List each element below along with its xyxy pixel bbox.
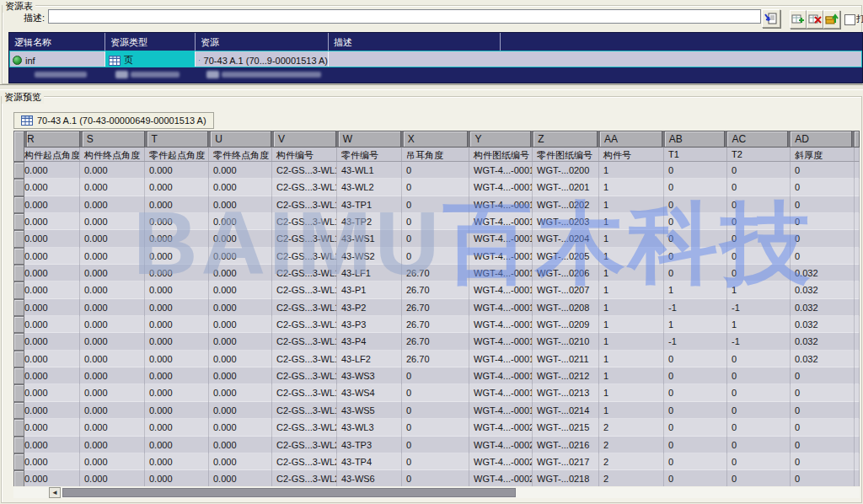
grid-cell[interactable]: 0 bbox=[727, 453, 791, 470]
grid-cell[interactable]: 43-TP1 bbox=[337, 196, 402, 213]
grid-cell[interactable]: WGT-...0210 bbox=[533, 333, 599, 350]
grid-cell[interactable]: 1 bbox=[599, 316, 664, 333]
grid-cell[interactable]: 0 bbox=[727, 367, 791, 384]
grid-cell[interactable]: 0.000 bbox=[80, 162, 145, 179]
grid-cell[interactable]: WGT-...0200 bbox=[533, 162, 599, 179]
grid-cell[interactable]: 0 bbox=[664, 402, 727, 419]
grid-cell[interactable]: WGT-...0211 bbox=[533, 351, 599, 367]
grid-cell[interactable]: 0.000 bbox=[145, 437, 209, 453]
grid-cell[interactable]: 1 bbox=[727, 281, 791, 298]
column-header[interactable]: T1 bbox=[664, 147, 727, 161]
grid-cell[interactable]: C2-GS...3-WL2 bbox=[272, 453, 337, 470]
grid-cell[interactable]: 0.000 bbox=[80, 265, 145, 281]
resource-ref-cell[interactable]: 70-43 A.1 (70...9-00001513 A) bbox=[196, 51, 329, 67]
row-selector[interactable] bbox=[13, 162, 24, 179]
grid-cell[interactable]: 1 bbox=[599, 213, 664, 230]
column-letter-U[interactable]: U bbox=[208, 131, 271, 147]
grid-cell[interactable]: 0.000 bbox=[145, 230, 209, 247]
row-selector[interactable] bbox=[13, 179, 24, 196]
grid-cell[interactable]: 43-TP2 bbox=[337, 213, 402, 230]
row-selector[interactable] bbox=[13, 265, 24, 281]
import-resource-button[interactable] bbox=[823, 10, 840, 29]
grid-cell[interactable]: C2-GS...3-WL1 bbox=[272, 248, 337, 265]
grid-cell[interactable]: WGT-4...-0001 bbox=[469, 384, 533, 401]
grid-cell[interactable]: 0 bbox=[727, 402, 791, 419]
grid-cell[interactable]: 0.000 bbox=[209, 196, 272, 213]
grid-cell[interactable]: 1 bbox=[599, 230, 664, 247]
grid-cell[interactable]: 0 bbox=[791, 196, 855, 213]
grid-cell[interactable]: 0.032 bbox=[791, 281, 855, 298]
grid-cell[interactable]: 0.000 bbox=[80, 248, 145, 265]
grid-cell[interactable]: 1 bbox=[599, 367, 664, 384]
grid-cell[interactable]: 0 bbox=[727, 419, 791, 436]
grid-cell[interactable]: 0 bbox=[664, 162, 727, 179]
column-header[interactable]: 零件图纸编号 bbox=[533, 147, 599, 161]
grid-cell[interactable]: 43-WS6 bbox=[337, 470, 402, 486]
grid-cell[interactable]: 0.000 bbox=[80, 384, 145, 401]
grid-cell[interactable]: 0 bbox=[727, 230, 791, 247]
scrollbar-thumb[interactable] bbox=[62, 488, 516, 497]
grid-cell[interactable]: WGT-...0206 bbox=[533, 265, 599, 281]
grid-cell[interactable]: C2-GS...3-WL2 bbox=[272, 437, 337, 453]
grid-cell[interactable]: 0.032 bbox=[791, 299, 855, 316]
grid-cell[interactable]: WGT-...0218 bbox=[533, 470, 599, 486]
grid-cell[interactable]: WGT-...0204 bbox=[533, 230, 599, 247]
resource-row-selected[interactable]: inf 页 70-43 A.1 (70...9-00001513 bbox=[9, 51, 862, 67]
report-export-button[interactable] bbox=[762, 9, 780, 28]
grid-cell[interactable]: 43-TP3 bbox=[337, 437, 402, 453]
grid-cell[interactable]: 43-WS2 bbox=[337, 248, 402, 265]
row-selector[interactable] bbox=[13, 402, 24, 419]
grid-cell[interactable]: -1 bbox=[727, 299, 791, 316]
grid-cell[interactable]: 1 bbox=[727, 316, 791, 333]
grid-cell[interactable]: C2-GS...3-WL1 bbox=[272, 351, 337, 367]
column-header[interactable]: 零件编号 bbox=[337, 147, 402, 161]
grid-cell[interactable]: 0.000 bbox=[80, 453, 145, 470]
grid-cell[interactable]: 0.000 bbox=[80, 367, 145, 384]
grid-cell[interactable]: 43-WL1 bbox=[337, 162, 402, 179]
grid-cell[interactable]: WGT-...0217 bbox=[533, 453, 599, 470]
grid-cell[interactable]: 0 bbox=[727, 437, 791, 453]
grid-cell[interactable]: 1 bbox=[599, 402, 664, 419]
grid-cell[interactable]: 0.000 bbox=[145, 453, 209, 470]
grid-cell[interactable]: WGT-...0215 bbox=[533, 419, 599, 436]
grid-cell[interactable]: 43-LF1 bbox=[337, 265, 402, 281]
grid-cell[interactable]: 0.000 bbox=[209, 470, 272, 486]
grid-cell[interactable]: 0.000 bbox=[24, 213, 80, 230]
grid-cell[interactable]: 1 bbox=[599, 299, 664, 316]
col-header-resource[interactable]: 资源 bbox=[196, 33, 329, 51]
grid-cell[interactable]: 0.000 bbox=[209, 213, 272, 230]
row-selector[interactable] bbox=[13, 470, 24, 486]
grid-cell[interactable]: 0.000 bbox=[209, 453, 272, 470]
grid-cell[interactable]: WGT-4...-0002 bbox=[469, 437, 533, 453]
grid-cell[interactable]: WGT-...0212 bbox=[533, 367, 599, 384]
grid-cell[interactable]: -1 bbox=[664, 333, 727, 350]
grid-cell[interactable]: 2 bbox=[599, 453, 664, 470]
sheet-tab[interactable]: 70-43 A.1 (70-43-00000649-00001513 A) bbox=[13, 112, 214, 129]
column-letter-AC[interactable]: AC bbox=[725, 131, 788, 147]
column-header[interactable]: 零件起点角度 bbox=[145, 147, 209, 161]
grid-cell[interactable]: C2-GS...3-WL1 bbox=[272, 196, 337, 213]
grid-cell[interactable]: C2-GS...3-WL1 bbox=[272, 299, 337, 316]
grid-cell[interactable]: 26.70 bbox=[402, 333, 469, 350]
row-selector[interactable] bbox=[13, 316, 24, 333]
grid-cell[interactable]: WGT-...0208 bbox=[533, 299, 599, 316]
grid-cell[interactable]: 0 bbox=[791, 419, 855, 436]
grid-cell[interactable]: 1 bbox=[599, 333, 664, 350]
grid-cell[interactable]: 0 bbox=[791, 213, 855, 230]
grid-cell[interactable]: WGT-4...-0001 bbox=[469, 196, 533, 213]
grid-cell[interactable]: 0 bbox=[664, 437, 727, 453]
grid-cell[interactable]: 0 bbox=[727, 265, 791, 281]
column-header[interactable]: 构件终点角度 bbox=[80, 147, 145, 161]
grid-cell[interactable]: 0 bbox=[664, 230, 727, 247]
grid-cell[interactable]: C2-GS...3-WL1 bbox=[272, 333, 337, 350]
grid-cell[interactable]: 0.032 bbox=[791, 351, 855, 367]
grid-cell[interactable]: C2-GS...3-WL1 bbox=[272, 162, 337, 179]
grid-cell[interactable]: 2 bbox=[599, 419, 664, 436]
grid-cell[interactable]: WGT-...0205 bbox=[533, 248, 599, 265]
grid-cell[interactable]: 1 bbox=[599, 384, 664, 401]
row-selector[interactable] bbox=[13, 437, 24, 453]
grid-cell[interactable]: WGT-4...-0001 bbox=[469, 213, 533, 230]
grid-cell[interactable]: 0 bbox=[791, 402, 855, 419]
grid-cell[interactable]: 0 bbox=[727, 384, 791, 401]
grid-cell[interactable]: 0.000 bbox=[80, 196, 145, 213]
